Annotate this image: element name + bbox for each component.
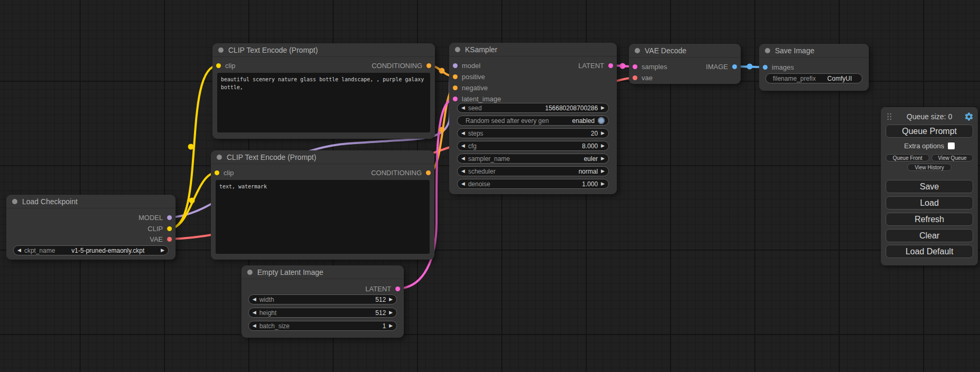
output-slot-image[interactable] — [732, 64, 737, 69]
input-label-clip: clip — [224, 169, 234, 177]
queue-front-button[interactable]: Queue Front — [886, 154, 929, 161]
next-value-icon[interactable]: ▶ — [601, 144, 605, 148]
random-seed-toggle-widget[interactable]: Random seed after every gen enabled — [457, 116, 609, 126]
output-label-clip: CLIP — [148, 225, 163, 233]
view-queue-button[interactable]: View Queue — [932, 154, 973, 161]
widget-value: 8.000 — [582, 142, 598, 150]
widget-label: ckpt_name — [24, 247, 55, 254]
input-slot-clip[interactable] — [216, 63, 221, 68]
output-slot-vae[interactable] — [167, 237, 172, 242]
widget-label: filename_prefix — [773, 75, 816, 82]
sampler-name-widget[interactable]: ◀ sampler_name euler ▶ — [457, 154, 609, 164]
output-slot-clip[interactable] — [167, 226, 172, 231]
prev-value-icon[interactable]: ◀ — [461, 144, 465, 148]
prev-value-icon[interactable]: ◀ — [461, 169, 465, 174]
scheduler-widget[interactable]: ◀ scheduler normal ▶ — [457, 166, 609, 176]
prev-value-icon[interactable]: ◀ — [461, 131, 465, 136]
positive-prompt-textarea[interactable]: beautiful scenery nature glass bottle la… — [217, 73, 430, 132]
link-midpoint-dot — [620, 63, 626, 69]
prev-value-icon[interactable]: ◀ — [461, 156, 465, 161]
output-label-latent: LATENT — [365, 285, 391, 293]
queue-size-label: Queue size: 0 — [881, 112, 978, 121]
queue-panel: Queue size: 0 Queue Prompt Extra options… — [881, 107, 978, 265]
input-slot-negative[interactable] — [453, 85, 458, 90]
prev-value-icon[interactable]: ◀ — [17, 248, 21, 253]
negative-prompt-textarea[interactable]: text, watermark — [216, 180, 430, 254]
cfg-widget[interactable]: ◀ cfg 8.000 ▶ — [457, 141, 609, 151]
view-history-button[interactable]: View History — [907, 164, 952, 171]
next-value-icon[interactable]: ▶ — [601, 169, 605, 174]
output-slot-latent[interactable] — [608, 63, 613, 68]
node-clip-text-encode-positive[interactable]: CLIP Text Encode (Prompt) clip CONDITION… — [212, 43, 435, 139]
next-value-icon[interactable]: ▶ — [601, 106, 605, 110]
widget-value: euler — [584, 155, 598, 163]
height-widget[interactable]: ◀ height 512 ▶ — [248, 308, 397, 318]
node-collapse-dot[interactable] — [635, 48, 640, 53]
prev-value-icon[interactable]: ◀ — [461, 106, 465, 110]
ckpt-name-widget[interactable]: ◀ ckpt_name v1-5-pruned-emaonly.ckpt ▶ — [13, 245, 169, 255]
node-collapse-dot[interactable] — [247, 270, 253, 275]
input-slot-clip[interactable] — [215, 170, 219, 175]
next-value-icon[interactable]: ▶ — [601, 182, 605, 186]
node-collapse-dot[interactable] — [765, 48, 770, 53]
batch-size-widget[interactable]: ◀ batch_size 1 ▶ — [248, 321, 397, 331]
queue-prompt-button[interactable]: Queue Prompt — [886, 125, 973, 138]
widget-value: normal — [578, 168, 598, 175]
input-label-images: images — [772, 63, 794, 71]
node-collapse-dot[interactable] — [455, 47, 460, 52]
input-label-vae: vae — [642, 74, 653, 82]
save-button[interactable]: Save — [886, 180, 973, 193]
output-slot-model[interactable] — [167, 215, 172, 220]
input-label-latent-image: latent_image — [462, 95, 501, 103]
settings-gear-icon[interactable] — [964, 112, 974, 121]
input-slot-samples[interactable] — [633, 64, 637, 69]
input-slot-model[interactable] — [453, 63, 458, 68]
load-button[interactable]: Load — [886, 196, 973, 209]
clear-button[interactable]: Clear — [886, 229, 973, 242]
node-title: CLIP Text Encode (Prompt) — [227, 153, 316, 161]
input-slot-positive[interactable] — [453, 74, 458, 79]
output-slot-latent[interactable] — [395, 287, 400, 291]
node-clip-text-encode-negative[interactable]: CLIP Text Encode (Prompt) clip CONDITION… — [211, 150, 434, 260]
node-collapse-dot[interactable] — [218, 47, 224, 53]
filename-prefix-widget[interactable]: filename_prefix ComfyUI — [765, 73, 862, 83]
next-value-icon[interactable]: ▶ — [601, 156, 605, 161]
widget-label: batch_size — [259, 322, 289, 330]
widget-value: 512 — [375, 309, 386, 317]
input-slot-images[interactable] — [763, 65, 768, 70]
link-midpoint-dot — [188, 144, 194, 150]
steps-widget[interactable]: ◀ steps 20 ▶ — [457, 128, 609, 138]
refresh-button[interactable]: Refresh — [886, 213, 973, 226]
prev-value-icon[interactable]: ◀ — [253, 310, 256, 315]
load-default-button[interactable]: Load Default — [886, 245, 973, 258]
denoise-widget[interactable]: ◀ denoise 1.000 ▶ — [457, 179, 609, 189]
node-ksampler[interactable]: KSampler model positive negative latent_… — [449, 43, 617, 194]
input-slot-latent-image[interactable] — [453, 97, 458, 101]
node-load-checkpoint[interactable]: Load Checkpoint MODEL CLIP VAE ◀ ckpt_na… — [6, 195, 176, 260]
output-slot-conditioning[interactable] — [426, 63, 431, 68]
width-widget[interactable]: ◀ width 512 ▶ — [248, 294, 397, 304]
next-value-icon[interactable]: ▶ — [389, 297, 393, 302]
prev-value-icon[interactable]: ◀ — [253, 323, 256, 328]
node-vae-decode[interactable]: VAE Decode samples vae IMAGE — [629, 44, 741, 84]
next-value-icon[interactable]: ▶ — [389, 323, 393, 328]
seed-widget[interactable]: ◀ seed 156680208700286 ▶ — [457, 103, 609, 113]
output-slot-conditioning[interactable] — [426, 170, 431, 175]
node-collapse-dot[interactable] — [217, 155, 222, 160]
widget-label: height — [259, 309, 277, 317]
next-value-icon[interactable]: ▶ — [161, 248, 164, 253]
node-save-image[interactable]: Save Image images filename_prefix ComfyU… — [759, 44, 869, 91]
link-midpoint-dot — [747, 64, 753, 70]
extra-options-checkbox[interactable] — [948, 142, 955, 149]
node-title: Load Checkpoint — [22, 197, 77, 206]
next-value-icon[interactable]: ▶ — [389, 310, 393, 315]
next-value-icon[interactable]: ▶ — [601, 131, 605, 136]
widget-value: 1.000 — [582, 180, 598, 188]
node-collapse-dot[interactable] — [12, 199, 17, 204]
widget-label: denoise — [468, 180, 490, 188]
prev-value-icon[interactable]: ◀ — [461, 182, 465, 186]
prev-value-icon[interactable]: ◀ — [253, 297, 256, 302]
node-empty-latent-image[interactable]: Empty Latent Image LATENT ◀ width 512 ▶ … — [241, 265, 404, 338]
input-slot-vae[interactable] — [633, 75, 637, 80]
toggle-icon[interactable] — [598, 117, 605, 124]
